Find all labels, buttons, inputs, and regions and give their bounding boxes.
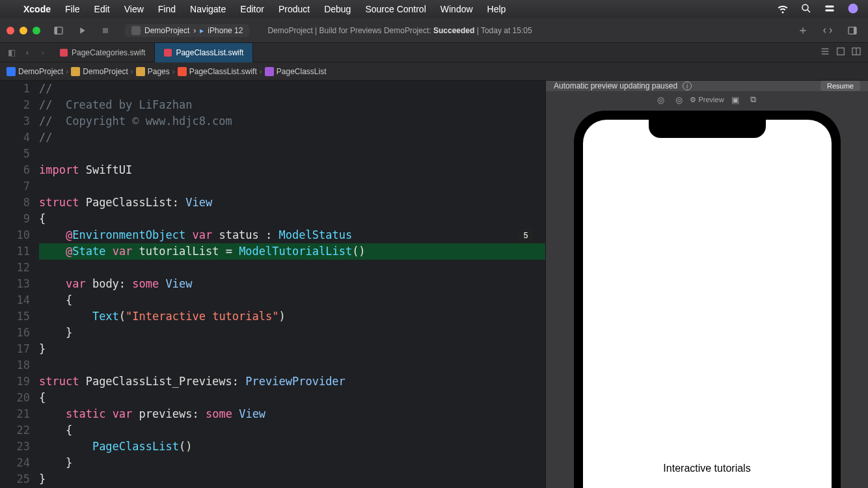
chevron-right-icon: › xyxy=(172,67,175,76)
svg-point-0 xyxy=(802,5,808,10)
code-line[interactable]: 7 xyxy=(0,178,545,195)
issue-count-badge[interactable]: 5 xyxy=(519,229,532,242)
chevron-right-icon: › xyxy=(260,67,262,76)
menu-window[interactable]: Window xyxy=(441,4,473,14)
project-icon xyxy=(131,26,141,35)
code-line[interactable]: 23 PageClassList() xyxy=(0,439,545,455)
menu-editor[interactable]: Editor xyxy=(240,4,264,14)
app-name[interactable]: Xcode xyxy=(23,4,51,14)
code-line[interactable]: 16 } xyxy=(0,325,545,341)
menu-debug[interactable]: Debug xyxy=(324,4,351,14)
code-line[interactable]: 12 xyxy=(0,260,545,276)
preview-device-label[interactable]: ⚙ Preview xyxy=(690,96,724,104)
code-line[interactable]: 3// Copyright © www.hdjc8.com xyxy=(0,113,545,129)
code-line[interactable]: 9{ xyxy=(0,211,545,227)
menu-product[interactable]: Product xyxy=(278,4,310,14)
back-button[interactable]: ‹ xyxy=(20,45,35,61)
user-icon[interactable] xyxy=(847,3,859,16)
menu-help[interactable]: Help xyxy=(487,4,506,14)
scheme-selector[interactable]: DemoProject › ▸ iPhone 12 xyxy=(125,24,249,37)
code-editor[interactable]: 51//2// Created by LiFazhan3// Copyright… xyxy=(0,81,545,488)
tab-pagecategories[interactable]: PageCategories.swift xyxy=(51,43,155,62)
code-line[interactable]: 17} xyxy=(0,341,545,357)
forward-button[interactable]: › xyxy=(35,45,51,61)
code-content: // xyxy=(39,129,52,146)
menu-view[interactable]: View xyxy=(124,4,144,14)
line-number: 3 xyxy=(0,113,39,129)
tab-label: PageClassList.swift xyxy=(176,48,243,57)
control-center-icon[interactable] xyxy=(824,3,835,16)
device-icon: ▸ xyxy=(200,26,204,35)
menu-navigate[interactable]: Navigate xyxy=(190,4,226,14)
menu-source-control[interactable]: Source Control xyxy=(365,4,426,14)
preview-banner: Automatic preview updating paused i Resu… xyxy=(546,81,868,91)
breadcrumb-folder2[interactable]: Pages xyxy=(136,67,170,76)
code-content: import SwiftUI xyxy=(39,162,132,178)
code-line[interactable]: 25} xyxy=(0,471,545,487)
adjust-editor-icon[interactable] xyxy=(835,46,846,59)
code-line[interactable]: 15 Text("Interactive tutorials") xyxy=(0,308,545,325)
pause-preview-icon[interactable]: ◎ xyxy=(671,92,686,107)
menu-edit[interactable]: Edit xyxy=(94,4,110,14)
code-line[interactable]: 20{ xyxy=(0,390,545,406)
resume-button[interactable]: Resume xyxy=(821,81,860,91)
toggle-inspector-button[interactable] xyxy=(843,22,861,39)
preview-controls: ◎ ◎ ⚙ Preview ▣ ⧉ xyxy=(653,92,760,107)
wifi-icon[interactable] xyxy=(777,3,789,16)
menu-file[interactable]: File xyxy=(65,4,80,14)
iphone-notch xyxy=(649,120,766,138)
breadcrumb-folder1[interactable]: DemoProject xyxy=(71,67,128,76)
related-items-button[interactable]: ◧ xyxy=(4,45,20,61)
line-number: 4 xyxy=(0,129,39,146)
tab-pageclasslist[interactable]: PageClassList.swift xyxy=(155,43,253,62)
code-line[interactable]: 14 { xyxy=(0,292,545,308)
line-number: 11 xyxy=(0,243,39,260)
code-line[interactable]: 1// xyxy=(0,81,545,97)
code-line[interactable]: 13 var body: some View xyxy=(0,276,545,292)
duplicate-icon[interactable]: ⧉ xyxy=(746,92,761,107)
review-button[interactable] xyxy=(819,22,837,39)
toggle-navigator-button[interactable] xyxy=(49,22,68,39)
inspect-icon[interactable]: ▣ xyxy=(728,92,742,107)
add-button[interactable] xyxy=(794,22,812,39)
breadcrumb-file[interactable]: PageClassList.swift xyxy=(178,67,257,76)
code-line[interactable]: 5 xyxy=(0,146,545,162)
code-line[interactable]: 10 @EnvironmentObject var status : Model… xyxy=(0,227,545,243)
breadcrumb-project[interactable]: DemoProject xyxy=(7,67,63,76)
code-content: { xyxy=(39,211,46,227)
live-preview-icon[interactable]: ◎ xyxy=(653,92,668,107)
scheme-project: DemoProject xyxy=(144,26,189,35)
code-line[interactable]: 6import SwiftUI xyxy=(0,162,545,178)
info-icon[interactable]: i xyxy=(683,81,692,90)
breadcrumb-symbol[interactable]: PageClassList xyxy=(265,67,327,76)
menu-find[interactable]: Find xyxy=(158,4,176,14)
spotlight-icon[interactable] xyxy=(800,3,812,16)
code-content: static var previews: some View xyxy=(39,406,265,422)
jump-bar[interactable]: DemoProject › DemoProject › Pages › Page… xyxy=(0,62,868,81)
code-line[interactable]: 22 { xyxy=(0,422,545,439)
crumb-label: Pages xyxy=(148,67,170,76)
add-editor-icon[interactable] xyxy=(851,46,861,59)
stop-button[interactable] xyxy=(96,22,115,39)
close-button[interactable] xyxy=(7,27,14,34)
preview-content-text: Interactive tutorials xyxy=(663,463,750,474)
code-line[interactable]: 2// Created by LiFazhan xyxy=(0,97,545,113)
code-line[interactable]: 11 @State var tutorialList = ModelTutori… xyxy=(0,243,545,260)
code-content: PageClassList() xyxy=(39,439,192,455)
code-line[interactable]: 8struct PageClassList: View xyxy=(0,195,545,211)
chevron-right-icon: › xyxy=(131,67,133,76)
minimize-button[interactable] xyxy=(20,27,27,34)
xcode-window: DemoProject › ▸ iPhone 12 DemoProject | … xyxy=(0,18,868,488)
line-number: 19 xyxy=(0,373,39,390)
editor-options-icon[interactable] xyxy=(820,46,830,59)
preview-banner-text: Automatic preview updating paused xyxy=(554,81,677,90)
code-content: struct PageClassList_Previews: PreviewPr… xyxy=(39,373,346,390)
code-line[interactable]: 21 static var previews: some View xyxy=(0,406,545,422)
code-line[interactable]: 18 xyxy=(0,357,545,373)
fullscreen-button[interactable] xyxy=(33,27,40,34)
code-line[interactable]: 19struct PageClassList_Previews: Preview… xyxy=(0,373,545,390)
run-button[interactable] xyxy=(73,22,91,39)
code-line[interactable]: 24 } xyxy=(0,455,545,471)
code-content: { xyxy=(39,390,46,406)
code-line[interactable]: 4// xyxy=(0,129,545,146)
